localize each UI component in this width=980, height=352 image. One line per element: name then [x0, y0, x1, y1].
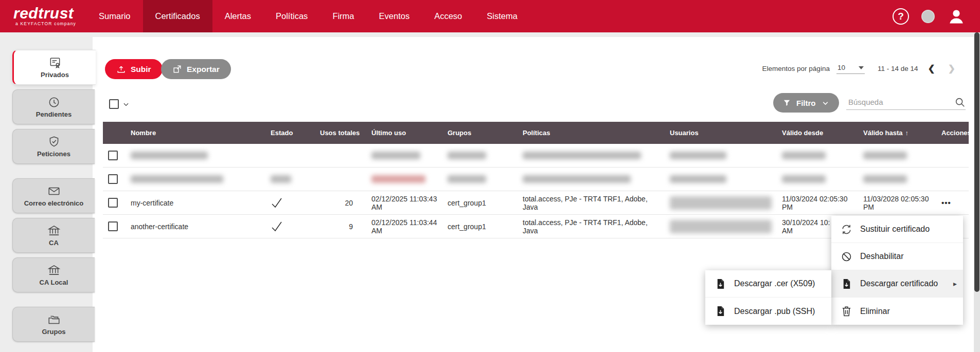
- col-valido-hasta[interactable]: Válido hasta ↑: [858, 122, 936, 144]
- cert-name: another-certificate: [131, 223, 188, 231]
- status-dot-icon[interactable]: [921, 10, 935, 23]
- disable-icon: [841, 251, 852, 263]
- col-nombre[interactable]: Nombre: [126, 122, 265, 144]
- sidebar-item-pendientes[interactable]: Pendientes: [12, 89, 95, 124]
- bank-icon: [47, 264, 61, 277]
- export-button[interactable]: Exportar: [161, 59, 231, 79]
- nav-label: Eventos: [379, 11, 410, 21]
- help-icon[interactable]: ?: [893, 8, 909, 25]
- brand-tagline: a KEYFACTOR company: [13, 21, 76, 26]
- sidebar-item-grupos[interactable]: Grupos: [12, 307, 95, 342]
- search-icon[interactable]: [954, 97, 966, 108]
- total-uses: 9: [349, 223, 353, 231]
- redacted-text: [863, 175, 907, 183]
- sidebar-item-peticiones[interactable]: Peticiones: [12, 129, 95, 164]
- prev-page-button[interactable]: ❮: [925, 63, 938, 74]
- per-page-select[interactable]: 10: [836, 63, 865, 74]
- nav-item-sistema[interactable]: Sistema: [474, 0, 530, 32]
- col-ultimo-uso[interactable]: Último uso: [366, 122, 442, 144]
- sidebar-label: CA: [49, 239, 59, 247]
- upload-label: Subir: [131, 65, 151, 74]
- sidebar-item-privados[interactable]: Privados: [12, 50, 96, 85]
- sidebar-label: Pendientes: [36, 111, 72, 118]
- row-checkbox[interactable]: [108, 174, 118, 184]
- redacted-text: [670, 175, 726, 183]
- sidebar-item-ca-local[interactable]: CA Local: [12, 257, 95, 292]
- scrollbar-thumb[interactable]: [974, 32, 979, 292]
- download-submenu: Descargar .cer (X509) Descargar .pub (SS…: [705, 270, 831, 325]
- groups: cert_group1: [448, 199, 486, 207]
- nav-item-politicas[interactable]: Políticas: [263, 0, 320, 32]
- row-checkbox[interactable]: [108, 221, 118, 231]
- nav-item-eventos[interactable]: Eventos: [367, 0, 422, 32]
- redacted-text: [863, 152, 907, 159]
- per-page-label: Elementos por página: [762, 65, 830, 72]
- nav-item-sumario[interactable]: Sumario: [86, 0, 142, 32]
- row-checkbox[interactable]: [108, 198, 118, 208]
- sidebar-item-ca[interactable]: CA: [12, 218, 95, 253]
- menu-label: Descargar .cer (X509): [734, 279, 815, 288]
- table-row-redacted[interactable]: [103, 168, 969, 191]
- check-icon: [271, 220, 283, 233]
- nav-item-alertas[interactable]: Alertas: [212, 0, 263, 32]
- redacted-text: [670, 152, 726, 159]
- redacted-text: [131, 175, 223, 183]
- brand-logo[interactable]: redtrust a KEYFACTOR company: [0, 0, 86, 32]
- menu-item-deshabilitar[interactable]: Deshabilitar: [831, 243, 963, 270]
- col-grupos[interactable]: Grupos: [442, 122, 518, 144]
- user-avatar-icon[interactable]: [947, 7, 966, 26]
- redacted-users: [670, 196, 772, 210]
- redacted-text: [448, 152, 486, 159]
- vertical-scrollbar[interactable]: [974, 32, 980, 352]
- select-all-control: [109, 99, 130, 109]
- col-usuarios[interactable]: Usuarios: [665, 122, 777, 144]
- pagination-range: 11 - 14 de 14: [878, 65, 918, 72]
- replace-certificate-icon: [841, 224, 852, 235]
- mail-icon: [47, 184, 61, 198]
- menu-item-sustituir-certificado[interactable]: Sustituir certificado: [831, 216, 963, 243]
- table-row-redacted[interactable]: [103, 144, 969, 168]
- menu-label: Descargar certificado: [860, 279, 938, 288]
- groups: cert_group1: [448, 223, 486, 231]
- col-label: Grupos: [448, 129, 471, 137]
- col-label: Válido desde: [782, 129, 823, 137]
- table-row[interactable]: my-certificate 20 02/12/2025 11:03:43 AM…: [103, 191, 969, 215]
- col-politicas[interactable]: Políticas: [518, 122, 665, 144]
- col-usos-totales[interactable]: Usos totales: [315, 122, 366, 144]
- sidebar-item-correo-electronico[interactable]: Correo electrónico: [12, 178, 95, 213]
- nav-item-acceso[interactable]: Acceso: [422, 0, 474, 32]
- row-checkbox[interactable]: [108, 151, 118, 160]
- nav-label: Sumario: [99, 11, 130, 21]
- filter-button[interactable]: Filtro: [773, 93, 839, 113]
- cert-name: my-certificate: [131, 199, 173, 207]
- topbar-actions: ?: [893, 0, 980, 32]
- menu-item-descargar-certificado[interactable]: Descargar certificado ▸: [831, 270, 963, 298]
- export-label: Exportar: [187, 65, 220, 74]
- chevron-down-icon[interactable]: [122, 101, 130, 108]
- upload-button[interactable]: Subir: [105, 59, 163, 79]
- select-all-checkbox[interactable]: [109, 99, 119, 109]
- folders-icon: [47, 313, 61, 326]
- sort-asc-icon[interactable]: ↑: [905, 129, 909, 137]
- download-certificate-icon: [841, 278, 852, 290]
- sidebar-label: Privados: [41, 71, 69, 79]
- last-use: 02/12/2025 11:03:44 AM: [371, 218, 437, 235]
- col-estado[interactable]: Estado: [265, 122, 315, 144]
- sidebar-label: CA Local: [40, 279, 68, 286]
- search-input[interactable]: [846, 95, 954, 109]
- file-download-icon: [715, 278, 726, 290]
- chevron-down-icon: [859, 66, 864, 69]
- per-page-value: 10: [838, 64, 845, 71]
- menu-item-descargar-cer-x509[interactable]: Descargar .cer (X509): [705, 270, 831, 298]
- header-checkbox-col: [103, 122, 126, 144]
- menu-item-eliminar[interactable]: Eliminar: [831, 298, 963, 325]
- valid-from: 11/03/2024 02:05:30 PM: [782, 195, 853, 211]
- next-page-button[interactable]: ❯: [945, 63, 958, 74]
- row-actions-button[interactable]: •••: [941, 198, 951, 207]
- col-label: Políticas: [523, 129, 550, 137]
- col-valido-desde[interactable]: Válido desde: [777, 122, 858, 144]
- table-header: Nombre Estado Usos totales Último uso Gr…: [103, 122, 969, 144]
- menu-item-descargar-pub-ssh[interactable]: Descargar .pub (SSH): [705, 298, 831, 325]
- nav-item-firma[interactable]: Firma: [320, 0, 366, 32]
- nav-item-certificados[interactable]: Certificados: [143, 0, 212, 32]
